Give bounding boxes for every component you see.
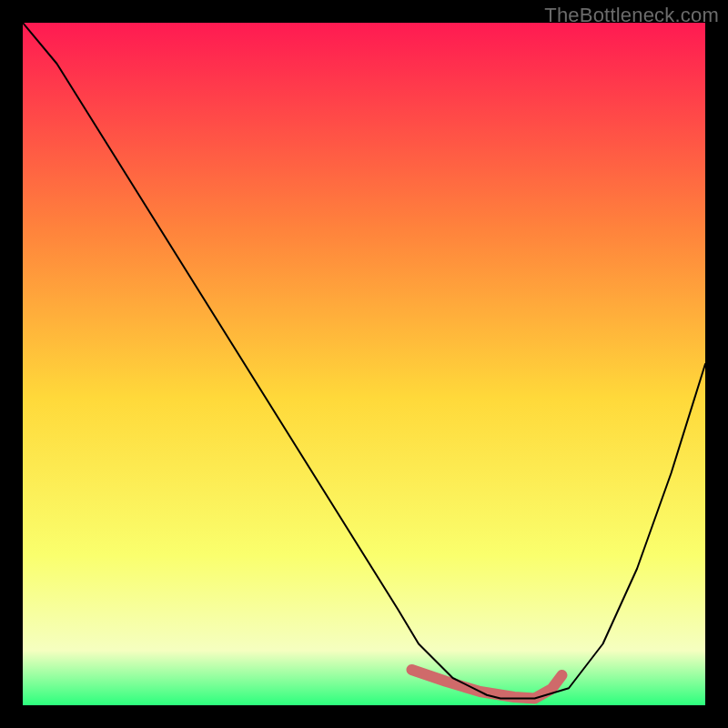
- gradient-background: [23, 23, 705, 705]
- plot-area: [23, 23, 705, 705]
- chart-svg: [23, 23, 705, 705]
- watermark-text: TheBottleneck.com: [544, 4, 719, 27]
- chart-frame: TheBottleneck.com: [0, 0, 728, 728]
